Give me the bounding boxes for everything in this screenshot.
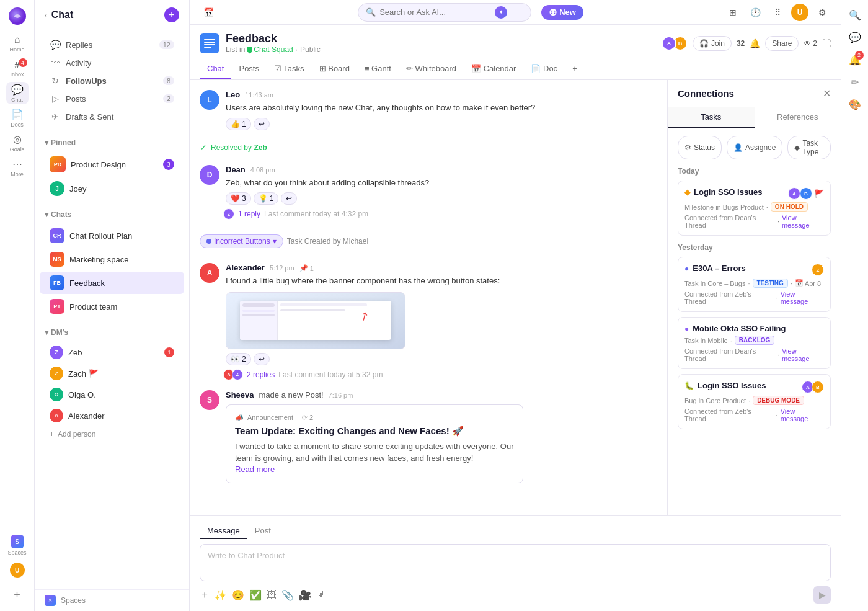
dm-item-alexander[interactable]: A Alexander [40, 406, 184, 426]
nav-spaces[interactable]: S Spaces [6, 534, 29, 556]
mic-tool[interactable]: 🎙 [316, 589, 326, 600]
check-tool[interactable]: ✅ [249, 589, 262, 601]
user-avatar-topbar[interactable]: U [791, 4, 808, 21]
input-tab-message[interactable]: Message [200, 524, 247, 539]
task-pill[interactable]: Incorrect Buttons ▾ [200, 234, 283, 248]
share-button[interactable]: Share [765, 36, 799, 51]
nav-more[interactable]: ⋯ More [6, 156, 29, 179]
expand-icon[interactable]: ⛶ [822, 38, 831, 48]
grid-icon[interactable]: ⊞ [724, 4, 742, 21]
reaction-reply2[interactable]: ↩ [281, 192, 297, 205]
chats-header[interactable]: ▾ Chats [45, 208, 179, 221]
dm-item-olga[interactable]: O Olga O. [40, 385, 184, 404]
dms-header[interactable]: ▾ DM's [45, 326, 179, 339]
filter-status[interactable]: ⚙ Status [678, 136, 722, 159]
tab-calendar[interactable]: 📅 Calendar [464, 59, 523, 79]
right-color-btn[interactable]: 🎨 [845, 94, 865, 114]
emoji-tool[interactable]: 😊 [232, 589, 244, 601]
connections-close-button[interactable]: ✕ [823, 87, 831, 99]
view-message-2[interactable]: View message [781, 290, 824, 305]
new-button[interactable]: ⊕ New [541, 5, 583, 20]
add-tool[interactable]: ＋ [200, 589, 210, 602]
view-message-1[interactable]: View message [782, 214, 824, 229]
view-message-4[interactable]: View message [781, 408, 824, 422]
bell-icon[interactable]: 🔔 [750, 38, 760, 48]
settings-icon[interactable]: ⚙ [813, 4, 831, 21]
join-button[interactable]: 🎧 Join [693, 36, 732, 51]
read-more-link[interactable]: Read more [235, 465, 514, 474]
video-tool[interactable]: 🎥 [299, 589, 311, 601]
nav-goals[interactable]: ◎ Goals [6, 132, 29, 154]
tab-posts[interactable]: Posts [231, 59, 267, 79]
message-input-box[interactable]: Write to Chat Product [200, 544, 831, 581]
nav-chat[interactable]: 💬 Chat [6, 82, 29, 104]
search-bar[interactable]: 🔍 ✦ [358, 3, 531, 22]
input-tab-post[interactable]: Post [247, 524, 278, 539]
chat-rollout-name: Chat Rollout Plan [69, 231, 174, 241]
search-input[interactable] [379, 7, 491, 17]
right-chat-btn[interactable]: 💬 [845, 27, 865, 47]
nav-docs[interactable]: 📄 Docs [6, 107, 29, 129]
tab-doc[interactable]: 📄 Doc [523, 59, 565, 79]
sidebar-collapse-icon[interactable]: ‹ [45, 10, 48, 20]
notif-badge: 2 [855, 51, 864, 60]
add-space-btn[interactable]: + [6, 584, 29, 606]
dm-item-zeb[interactable]: Z Zeb 1 [40, 342, 184, 362]
sidebar-item-joey[interactable]: J Joey [40, 177, 184, 200]
sidebar-item-product-team[interactable]: PT Product team [40, 295, 184, 318]
nav-inbox[interactable]: # Inbox 4 [6, 57, 29, 79]
reaction-thumbsup[interactable]: 👍 1 [226, 118, 251, 130]
sidebar-item-chat-rollout[interactable]: CR Chat Rollout Plan [40, 225, 184, 247]
dean-thread[interactable]: Z 1 reply Last comment today at 4:32 pm [226, 208, 657, 220]
sidebar-item-drafts[interactable]: ✈ Drafts & Sent [40, 108, 184, 125]
tab-add[interactable]: + [565, 59, 585, 79]
filter-assignee[interactable]: 👤 Assignee [727, 136, 782, 159]
add-person-btn[interactable]: + Add person [40, 427, 184, 442]
attach-tool[interactable]: 📎 [281, 589, 294, 601]
filter-task-type[interactable]: ◆ Task Type [787, 136, 831, 159]
tab-chat[interactable]: Chat [200, 59, 231, 79]
right-pencil-btn[interactable]: ✏ [845, 72, 865, 92]
spaces-nav-item[interactable]: S Spaces [35, 589, 189, 611]
sidebar-item-activity[interactable]: 〰 Activity [40, 54, 184, 71]
conn-tab-references[interactable]: References [755, 107, 841, 128]
new-chat-button[interactable]: + [164, 7, 179, 22]
conn-tab-tasks[interactable]: Tasks [668, 107, 755, 128]
reaction-heart[interactable]: ❤️ 3 [226, 192, 251, 205]
tab-whiteboard[interactable]: ✏ Whiteboard [399, 59, 464, 79]
clock-icon[interactable]: 🕐 [746, 4, 764, 21]
tab-tasks[interactable]: ☑ Tasks [267, 59, 312, 79]
right-search-btn[interactable]: 🔍 [845, 5, 865, 25]
calendar-icon[interactable]: 📅 [200, 4, 217, 21]
image-tool[interactable]: 🖼 [267, 589, 277, 600]
apps-icon[interactable]: ⠿ [769, 4, 786, 21]
sidebar-item-replies[interactable]: 💬 Replies 12 [40, 36, 184, 53]
sidebar-item-feedback[interactable]: FB Feedback [40, 272, 184, 294]
nav-home[interactable]: ⌂ Home [6, 32, 29, 55]
sidebar-item-marketing-space[interactable]: MS Marketing space [40, 248, 184, 270]
connections-header: Connections ✕ [668, 80, 841, 107]
tab-gantt[interactable]: ≡ Gantt [357, 59, 399, 79]
right-notifications-btn[interactable]: 🔔 2 [845, 50, 865, 69]
sheeva-event: made a new Post! [259, 390, 324, 399]
reaction-eyes[interactable]: 👀 2 [226, 353, 251, 365]
reaction-bulb[interactable]: 💡 1 [254, 192, 279, 205]
reaction-reply3[interactable]: ↩ [254, 353, 270, 365]
view-message-3[interactable]: View message [782, 347, 824, 362]
alexander-thread[interactable]: A Z 2 replies Last comment today at 5:32… [226, 369, 657, 380]
dm-item-zach[interactable]: Z Zach 🚩 [40, 363, 184, 383]
tab-board[interactable]: ⊞ Board [312, 59, 357, 79]
pinned-header[interactable]: ▾ Pinned [45, 136, 179, 149]
send-button[interactable]: ▶ [813, 586, 831, 604]
ai-button[interactable]: ✦ [495, 6, 507, 19]
sidebar-item-posts[interactable]: ▷ Posts 2 [40, 90, 184, 107]
dean-content: Dean 4:08 pm Zeb, what do you think abou… [226, 165, 657, 220]
sidebar-item-followups[interactable]: ↻ FollowUps 8 [40, 72, 184, 89]
user-avatar[interactable]: U [6, 559, 29, 581]
chat-squad-link[interactable]: ● Chat Squad [247, 45, 293, 54]
logo[interactable] [6, 5, 29, 27]
replies-icon: 💬 [50, 40, 61, 50]
reaction-reply[interactable]: ↩ [254, 118, 270, 130]
sidebar-item-product-design[interactable]: PD Product Design 3 [40, 153, 184, 176]
ai-tool[interactable]: ✨ [215, 589, 227, 601]
